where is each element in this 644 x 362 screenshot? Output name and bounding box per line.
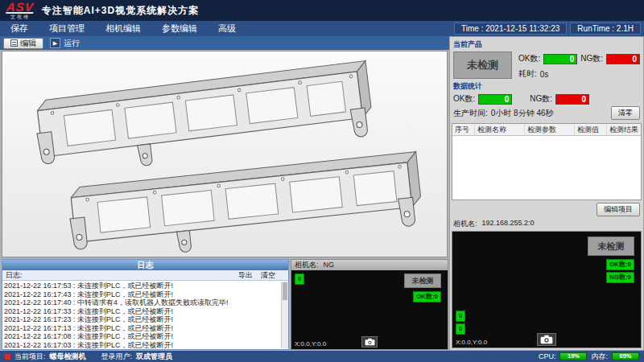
app-window: ASV 艾视维 专注智能AI+3D视觉系统解决方案 保存项目管理相机编辑参数编辑… [0, 0, 644, 362]
edit-project-button[interactable]: 编辑项目 [597, 203, 640, 216]
log-entry: 2021-12-22 16:17:33 : 未连接到PLC，或已经被断开! [2, 307, 288, 316]
log-clear-button[interactable]: 清空 [261, 270, 275, 281]
mid-camera-header: 相机名: NG [291, 260, 448, 270]
table-header-cell: 检测参数 [525, 124, 575, 135]
ng-count-label: NG数: [580, 53, 603, 64]
status-app-icon [5, 354, 10, 360]
system-info: Time : 2021-12-15 11:32:23 RunTime : 2.1… [454, 23, 644, 35]
detection-table-header: 序号检测名称检测参数检测值检测结果 [452, 124, 641, 136]
current-status-box: 未检测 [453, 51, 512, 79]
camera-overlay-badge: OK数:0 [606, 259, 634, 270]
mid-camera-name-value: NG [324, 260, 335, 270]
production-time-value: 0小时 8分钟 46秒 [491, 108, 554, 119]
detection-table: 序号检测名称检测参数检测值检测结果 [452, 123, 642, 200]
table-header-cell: 检测值 [575, 124, 607, 135]
log-entry: 2021-12-22 16:17:08 : 未连接到PLC，或已经被断开! [2, 332, 288, 341]
project-label: 当前项目: [14, 352, 46, 362]
user-label: 登录用户: [101, 352, 133, 362]
total-ng-value: 0 [555, 94, 589, 105]
menu-items: 保存项目管理相机编辑参数编辑高级 [0, 21, 246, 36]
main-camera-name-label: 相机名: [453, 219, 477, 229]
logo-text: ASV [6, 2, 34, 14]
mid-camera-name-label: 相机名: [295, 260, 319, 270]
camera-icon [540, 335, 553, 344]
log-export-button[interactable]: 导出 [238, 270, 253, 281]
mid-camera-panel: 相机名: NG 未检测 OK数:0 0 X:0.0,Y:0.0 [291, 259, 448, 350]
cpu-meter: 19% [559, 352, 587, 360]
menu-bar: 保存项目管理相机编辑参数编辑高级 Time : 2021-12-15 11:32… [0, 21, 644, 36]
main-camera-status-badge: 未检测 [588, 237, 634, 256]
log-toolbar: 日志: 导出 清空 [2, 270, 288, 281]
mid-camera-overlays: OK数:0 [413, 291, 441, 302]
log-scrollbar[interactable] [281, 282, 288, 348]
mid-camera-view[interactable]: 未检测 OK数:0 0 X:0.0,Y:0.0 [291, 270, 448, 349]
tab-bar: 编辑 ▶ 运行 [0, 36, 449, 50]
camera-overlay-badge: OK数:0 [413, 291, 441, 302]
log-entry: 2021-12-22 16:17:53 : 未连接到PLC，或已经被断开! [2, 282, 288, 290]
detection-table-body[interactable] [452, 136, 641, 200]
menu-item[interactable]: 保存 [0, 21, 39, 36]
main-camera-left-overlays: 00 [456, 311, 465, 335]
tab-edit-label: 编辑 [20, 38, 36, 49]
menu-item[interactable]: 相机编辑 [95, 21, 151, 36]
log-list: 2021-12-22 16:17:53 : 未连接到PLC，或已经被断开!202… [2, 281, 288, 349]
cad-model [2, 51, 447, 257]
log-label: 日志: [6, 270, 23, 281]
main-camera-overlays: OK数:0NG数:0 [606, 259, 634, 283]
current-product-title: 当前产品 [452, 39, 642, 51]
current-product-group: 当前产品 未检测 OK数: 0 NG数: 0 耗时: 0s [452, 39, 642, 80]
table-header-cell: 序号 [452, 124, 475, 135]
data-stats-title: 数据统计 [452, 80, 642, 93]
ok-count-label: OK数: [518, 53, 540, 64]
camera-icon [365, 338, 375, 346]
log-entry: 2021-12-22 16:17:13 : 未连接到PLC，或已经被断开! [2, 324, 288, 333]
app-header: ASV 艾视维 专注智能AI+3D视觉系统解决方案 [0, 0, 644, 21]
log-scrollbar-thumb[interactable] [283, 282, 287, 300]
cost-label: 耗时: [518, 68, 537, 80]
camera-overlay-badge: 0 [456, 323, 465, 335]
log-entry: 2021-12-22 16:17:03 : 未连接到PLC，或已经被断开! [2, 341, 288, 350]
camera-overlay-badge: NG数:0 [606, 272, 634, 283]
user-value: 双成管理员 [136, 352, 172, 362]
play-icon: ▶ [50, 38, 60, 48]
menu-item[interactable]: 参数编辑 [151, 21, 208, 36]
edit-icon [10, 39, 18, 47]
memory-label: 内存: [591, 352, 608, 362]
menu-item[interactable]: 项目管理 [39, 21, 95, 36]
tab-edit[interactable]: 编辑 [3, 38, 43, 49]
menu-item[interactable]: 高级 [208, 21, 246, 36]
app-title: 专注智能AI+3D视觉系统解决方案 [42, 4, 199, 18]
logo-subtext: 艾视维 [10, 14, 30, 20]
main-camera-view[interactable]: 未检测 OK数:0NG数:0 00 X:0.0,Y:0.0 [452, 231, 642, 348]
log-entry: 2021-12-22 16:17:23 : 未连接到PLC，或已经被断开! [2, 315, 288, 324]
mid-camera-status-badge: 未检测 [404, 274, 441, 288]
mid-camera-left-overlays: 0 [295, 274, 304, 285]
log-panel-title: 日志 [2, 260, 288, 270]
log-entry: 2021-12-22 16:17:40 : 中转请求有4，读取机器人数据失败或读… [2, 298, 288, 307]
system-time: Time : 2021-12-15 11:32:23 [454, 23, 567, 35]
right-panel: 当前产品 未检测 OK数: 0 NG数: 0 耗时: 0s [449, 36, 644, 351]
cpu-label: CPU: [539, 352, 556, 360]
table-header-cell: 检测名称 [475, 124, 525, 135]
run-button[interactable]: ▶ 运行 [50, 38, 80, 49]
production-time-label: 生产时间: [453, 108, 488, 119]
clear-stats-button[interactable]: 清零 [611, 106, 640, 120]
table-header-cell: 检测结果 [607, 124, 641, 135]
log-entry: 2021-12-22 16:17:43 : 未连接到PLC，或已经被断开! [2, 290, 288, 299]
log-panel: 日志 日志: 导出 清空 2021-12-22 16:17:53 : 未连接到P… [2, 259, 289, 350]
total-ng-label: NG数: [530, 93, 552, 105]
main-camera-name-value: 192.168.255.2:0 [482, 219, 535, 229]
cost-value: 0s [540, 70, 549, 79]
main-camera-coordinates: X:0.0,Y:0.0 [456, 339, 487, 346]
run-button-label: 运行 [64, 38, 80, 49]
status-bar: 当前项目: 螺母检测机 登录用户: 双成管理员 CPU: 19% 内存: 05% [0, 351, 644, 362]
total-ok-label: OK数: [453, 93, 475, 105]
mid-camera-coordinates: X:0.0,Y:0.0 [295, 340, 326, 348]
data-stats-group: 数据统计 OK数: 0 NG数: 0 生产时间: 0小时 8分钟 46秒 清零 [452, 80, 642, 121]
mid-capture-button[interactable] [361, 336, 378, 348]
cad-viewport[interactable] [2, 51, 448, 257]
camera-overlay-badge: 0 [295, 274, 304, 285]
camera-overlay-badge: 0 [456, 311, 465, 322]
main-capture-button[interactable] [537, 333, 556, 346]
total-ok-value: 0 [478, 94, 512, 105]
